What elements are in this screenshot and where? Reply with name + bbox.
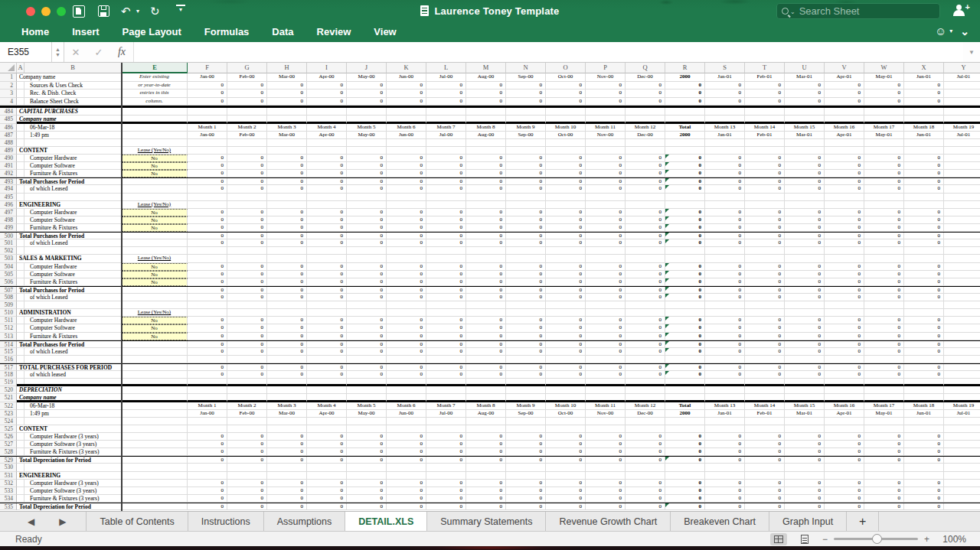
data-cell[interactable]: 0 — [626, 433, 665, 441]
data-cell[interactable]: 0 — [705, 162, 745, 170]
data-cell[interactable]: 0 — [864, 209, 904, 216]
data-cell[interactable] — [387, 386, 426, 394]
sheet-tab-graph-input[interactable]: Graph Input — [769, 512, 847, 531]
data-cell[interactable] — [825, 379, 864, 386]
data-cell[interactable] — [944, 116, 980, 123]
data-cell[interactable] — [665, 394, 705, 402]
data-cell[interactable]: 0 — [506, 271, 546, 278]
data-cell[interactable] — [626, 147, 665, 155]
data-cell[interactable]: Month 11 — [586, 124, 626, 132]
data-cell[interactable]: 0 — [426, 371, 466, 379]
data-cell[interactable]: 0 — [466, 278, 506, 286]
data-cell[interactable]: 0 — [546, 433, 586, 441]
data-cell[interactable] — [347, 394, 387, 402]
data-cell[interactable]: 0 — [904, 233, 944, 239]
row-label-cell[interactable]: Company name — [17, 73, 122, 82]
data-cell[interactable] — [267, 201, 307, 209]
data-cell[interactable] — [864, 194, 904, 201]
data-cell[interactable] — [825, 301, 864, 309]
data-cell[interactable] — [944, 348, 980, 356]
data-cell[interactable]: 0 — [307, 89, 347, 98]
data-cell[interactable]: 0 — [586, 185, 626, 193]
data-cell[interactable]: 0 — [506, 364, 546, 371]
data-cell[interactable]: 0 — [506, 263, 546, 271]
data-cell[interactable]: 0 — [705, 441, 745, 448]
column-header-P[interactable]: P — [586, 63, 626, 73]
data-cell[interactable]: Month 10 — [546, 402, 586, 410]
data-cell[interactable] — [188, 194, 227, 201]
data-cell[interactable] — [705, 418, 745, 425]
data-cell[interactable]: 0 — [626, 233, 665, 239]
data-cell[interactable]: 0 — [785, 294, 825, 301]
data-cell[interactable]: 0 — [267, 433, 307, 441]
data-cell[interactable]: 0 — [347, 371, 387, 379]
data-cell[interactable]: 0 — [626, 457, 665, 464]
data-cell[interactable]: 0 — [864, 233, 904, 239]
data-cell[interactable]: 0 — [546, 287, 586, 294]
data-cell[interactable]: 0 — [705, 263, 745, 271]
data-cell[interactable]: 0 — [825, 371, 864, 379]
data-cell[interactable]: 0 — [426, 487, 466, 495]
data-cell[interactable]: 0 — [347, 348, 387, 356]
data-cell[interactable] — [944, 371, 980, 379]
row-header-529[interactable]: 529 — [0, 457, 17, 464]
data-cell[interactable] — [267, 472, 307, 480]
data-cell[interactable]: 0 — [227, 233, 267, 239]
data-cell[interactable]: 0 — [426, 364, 466, 371]
data-cell[interactable] — [864, 255, 904, 262]
data-cell[interactable]: 0 — [387, 178, 426, 185]
data-cell[interactable]: 0 — [188, 98, 227, 106]
data-cell[interactable]: 0 — [426, 155, 466, 162]
data-cell[interactable] — [944, 139, 980, 147]
data-cell[interactable]: 0 — [785, 287, 825, 294]
data-cell[interactable] — [705, 247, 745, 255]
data-cell[interactable]: 0 — [426, 341, 466, 348]
data-cell[interactable]: 0 — [466, 287, 506, 294]
data-cell[interactable] — [387, 472, 426, 480]
row-header-508[interactable]: 508 — [0, 294, 17, 301]
data-cell[interactable]: 0 — [705, 178, 745, 185]
data-cell[interactable]: 0 — [188, 495, 227, 503]
data-cell[interactable]: 0 — [188, 239, 227, 247]
entry-column-cell[interactable] — [122, 239, 188, 247]
data-cell[interactable]: 0 — [745, 216, 785, 224]
row-label-cell[interactable]: Computer Software (3 years) — [17, 487, 122, 495]
data-cell[interactable]: 0 — [387, 82, 426, 90]
data-cell[interactable]: 0 — [387, 371, 426, 379]
data-cell[interactable]: 0 — [665, 178, 705, 185]
data-cell[interactable] — [825, 194, 864, 201]
data-cell[interactable]: 0 — [466, 209, 506, 216]
data-cell[interactable]: Dec-00 — [626, 132, 665, 139]
data-cell[interactable] — [944, 364, 980, 371]
row-header-491[interactable]: 491 — [0, 162, 17, 170]
zoom-slider[interactable] — [834, 538, 918, 540]
data-cell[interactable]: 0 — [785, 503, 825, 510]
data-cell[interactable] — [426, 108, 466, 116]
data-cell[interactable] — [347, 386, 387, 394]
row-label-cell[interactable] — [17, 139, 122, 147]
data-cell[interactable] — [546, 194, 586, 201]
data-cell[interactable] — [785, 139, 825, 147]
data-cell[interactable] — [864, 418, 904, 425]
data-cell[interactable] — [307, 201, 347, 209]
data-cell[interactable]: 0 — [904, 89, 944, 98]
data-cell[interactable] — [466, 201, 506, 209]
data-cell[interactable]: 0 — [864, 341, 904, 348]
data-cell[interactable] — [586, 425, 626, 433]
data-cell[interactable]: 0 — [665, 317, 705, 324]
column-header-A[interactable]: A — [17, 63, 24, 73]
data-cell[interactable] — [665, 464, 705, 471]
data-cell[interactable]: 0 — [426, 82, 466, 90]
data-cell[interactable]: Jul-01 — [944, 132, 980, 139]
data-cell[interactable] — [944, 178, 980, 185]
data-cell[interactable] — [904, 472, 944, 480]
data-cell[interactable] — [665, 108, 705, 116]
row-header-516[interactable]: 516 — [0, 356, 17, 363]
data-cell[interactable]: 0 — [626, 278, 665, 286]
row-label-cell[interactable]: of which Leased — [17, 294, 122, 301]
data-cell[interactable]: 0 — [188, 170, 227, 177]
data-cell[interactable]: 0 — [307, 271, 347, 278]
data-cell[interactable] — [944, 394, 980, 402]
menu-tab-home[interactable]: Home — [0, 23, 60, 42]
data-cell[interactable] — [506, 309, 546, 317]
